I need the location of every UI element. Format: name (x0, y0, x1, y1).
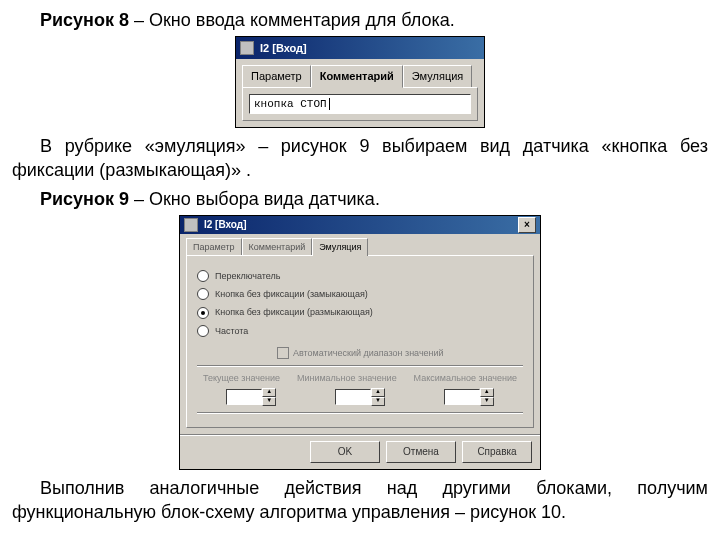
spinner-input[interactable] (226, 389, 262, 405)
radio-icon (197, 325, 209, 337)
tab-strip: Параметр Комментарий Эмуляция (236, 59, 484, 87)
separator (197, 412, 523, 413)
tab-body: кнопка СТОП (242, 87, 478, 121)
app-icon (184, 218, 198, 232)
radio-label: Частота (215, 325, 248, 337)
radio-icon (197, 288, 209, 300)
separator (197, 365, 523, 366)
close-icon[interactable]: × (518, 217, 536, 233)
radio-label: Кнопка без фиксации (замыкающая) (215, 288, 368, 300)
radio-label: Кнопка без фиксации (размыкающая) (215, 306, 373, 318)
tab-strip: Параметр Комментарий Эмуляция (180, 234, 540, 255)
tab-param[interactable]: Параметр (186, 238, 242, 255)
fig9-caption: Рисунок 9 – Окно выбора вида датчика. (12, 187, 708, 211)
chevron-down-icon[interactable]: ▼ (371, 397, 385, 406)
radio-option-4[interactable]: Частота (197, 325, 523, 337)
checkbox-label: Автоматический диапазон значений (293, 347, 444, 359)
col-label-max: Максимальное значение (414, 372, 517, 384)
titlebar: I2 [Вход] (236, 37, 484, 59)
radio-option-2[interactable]: Кнопка без фиксации (замыкающая) (197, 288, 523, 300)
text-caret (329, 98, 330, 110)
chevron-up-icon[interactable]: ▲ (262, 388, 276, 397)
chevron-down-icon[interactable]: ▼ (262, 397, 276, 406)
auto-range-checkbox[interactable]: Автоматический диапазон значений (277, 347, 523, 359)
comment-input[interactable]: кнопка СТОП (249, 94, 471, 114)
radio-icon (197, 270, 209, 282)
tab-param[interactable]: Параметр (242, 65, 311, 87)
spinner-labels: Текущее значение Минимальное значение Ма… (197, 372, 523, 384)
chevron-up-icon[interactable]: ▲ (371, 388, 385, 397)
titlebar: I2 [Вход] × (180, 216, 540, 234)
tab-emulation[interactable]: Эмуляция (403, 65, 473, 87)
window-fig8: I2 [Вход] Параметр Комментарий Эмуляция … (235, 36, 485, 128)
fig8-caption: Рисунок 8 – Окно ввода комментария для б… (12, 8, 708, 32)
spinner-row: ▲ ▼ ▲ ▼ ▲ ▼ (197, 388, 523, 406)
chevron-down-icon[interactable]: ▼ (480, 397, 494, 406)
paragraph-2: Выполнив аналогичные действия над другим… (12, 476, 708, 525)
paragraph-1: В рубрике «эмуляция» – рисунок 9 выбирае… (12, 134, 708, 183)
tab-comment[interactable]: Комментарий (242, 238, 313, 255)
button-bar: OK Отмена Справка (180, 434, 540, 469)
fig8-caption-bold: Рисунок 8 (40, 10, 129, 30)
fig9-caption-bold: Рисунок 9 (40, 189, 129, 209)
radio-option-1[interactable]: Переключатель (197, 270, 523, 282)
radio-label: Переключатель (215, 270, 281, 282)
col-label-min: Минимальное значение (297, 372, 397, 384)
spinner-max[interactable]: ▲ ▼ (444, 388, 494, 406)
tab-body: Переключатель Кнопка без фиксации (замык… (186, 255, 534, 428)
window-title: I2 [Вход] (204, 218, 247, 232)
tab-emulation[interactable]: Эмуляция (312, 238, 368, 256)
ok-button[interactable]: OK (310, 441, 380, 463)
spinner-input[interactable] (335, 389, 371, 405)
app-icon (240, 41, 254, 55)
cancel-button[interactable]: Отмена (386, 441, 456, 463)
radio-icon (197, 307, 209, 319)
spinner-current[interactable]: ▲ ▼ (226, 388, 276, 406)
window-title: I2 [Вход] (260, 41, 307, 56)
spinner-min[interactable]: ▲ ▼ (335, 388, 385, 406)
checkbox-icon (277, 347, 289, 359)
comment-value: кнопка СТОП (254, 98, 327, 110)
window-fig9: I2 [Вход] × Параметр Комментарий Эмуляци… (179, 215, 541, 470)
chevron-up-icon[interactable]: ▲ (480, 388, 494, 397)
radio-option-3[interactable]: Кнопка без фиксации (размыкающая) (197, 306, 523, 318)
help-button[interactable]: Справка (462, 441, 532, 463)
fig9-caption-rest: – Окно выбора вида датчика. (129, 189, 380, 209)
tab-comment[interactable]: Комментарий (311, 65, 403, 88)
spinner-input[interactable] (444, 389, 480, 405)
fig8-caption-rest: – Окно ввода комментария для блока. (129, 10, 455, 30)
col-label-current: Текущее значение (203, 372, 280, 384)
